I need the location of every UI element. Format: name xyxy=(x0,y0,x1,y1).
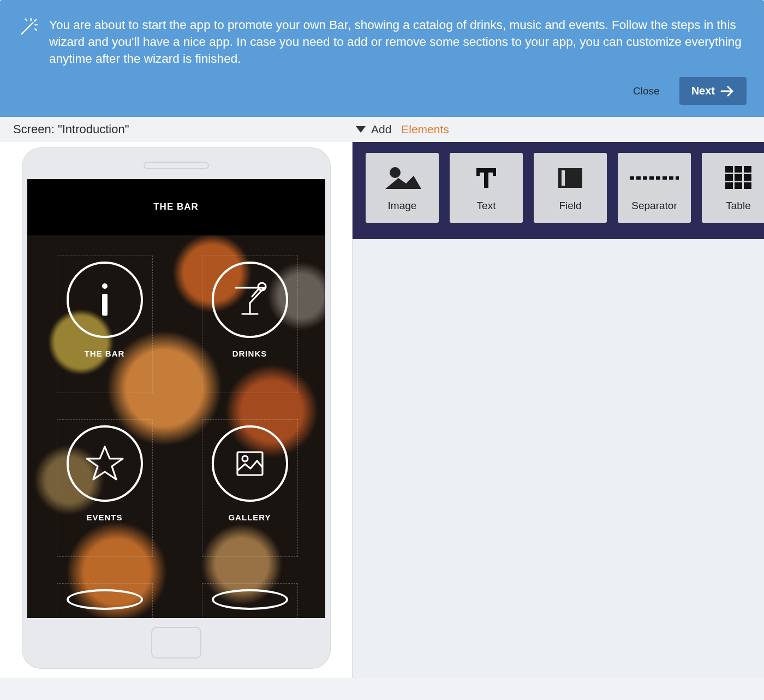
svg-rect-23 xyxy=(562,170,565,186)
element-label: Table xyxy=(726,200,750,212)
phone-home-button[interactable] xyxy=(151,627,201,659)
svg-rect-20 xyxy=(476,168,480,176)
svg-line-5 xyxy=(35,29,37,31)
element-label: Image xyxy=(388,200,417,212)
arrow-right-icon xyxy=(720,86,735,97)
element-image[interactable]: Image xyxy=(366,153,439,223)
cocktail-icon xyxy=(212,262,288,338)
svg-rect-19 xyxy=(484,168,488,188)
svg-rect-25 xyxy=(636,176,641,180)
svg-rect-29 xyxy=(662,176,667,180)
info-icon xyxy=(67,262,143,338)
close-button[interactable]: Close xyxy=(623,79,670,104)
elements-strip: Image Text Field Separator xyxy=(353,142,764,239)
circle-icon xyxy=(67,589,143,610)
menu-item-gallery[interactable]: GALLERY xyxy=(202,419,298,557)
phone-screen: THE BAR THE BAR xyxy=(27,179,325,618)
svg-rect-37 xyxy=(744,174,751,181)
menu-item-label: DRINKS xyxy=(232,349,267,358)
menu-item-the-bar[interactable]: THE BAR xyxy=(57,256,153,393)
svg-line-0 xyxy=(22,23,33,34)
svg-rect-35 xyxy=(725,174,733,181)
element-label: Field xyxy=(559,200,581,212)
element-separator[interactable]: Separator xyxy=(618,153,691,223)
svg-rect-38 xyxy=(725,182,733,189)
subheader: Screen: "Introduction" Add Elements xyxy=(0,117,764,142)
wizard-message: You are about to start the app to promot… xyxy=(49,16,747,67)
app-menu-grid: THE BAR DRINKS EVENTS xyxy=(57,256,291,618)
menu-item-drinks[interactable]: DRINKS xyxy=(202,256,298,393)
magic-wand-icon xyxy=(17,17,38,38)
svg-rect-39 xyxy=(735,182,742,189)
menu-item-events[interactable]: EVENTS xyxy=(57,419,153,557)
menu-item-partial-2[interactable] xyxy=(202,583,298,618)
image-icon xyxy=(383,164,421,192)
svg-rect-30 xyxy=(669,176,673,180)
app-title: THE BAR xyxy=(27,179,325,235)
svg-rect-33 xyxy=(735,166,742,173)
next-button[interactable]: Next xyxy=(679,77,747,105)
menu-item-partial-1[interactable] xyxy=(57,583,153,618)
table-icon xyxy=(724,164,753,192)
star-icon xyxy=(67,425,143,502)
svg-rect-31 xyxy=(676,176,679,180)
svg-marker-17 xyxy=(385,176,421,189)
element-label: Text xyxy=(477,200,496,212)
svg-rect-27 xyxy=(649,176,654,180)
svg-rect-24 xyxy=(630,176,634,180)
menu-item-label: THE BAR xyxy=(85,349,125,358)
svg-marker-13 xyxy=(87,447,123,479)
menu-item-label: EVENTS xyxy=(86,513,122,522)
phone-mockup: THE BAR THE BAR xyxy=(22,147,331,669)
svg-rect-28 xyxy=(656,176,660,180)
chevron-down-icon xyxy=(356,126,366,133)
field-icon xyxy=(556,164,584,192)
svg-point-7 xyxy=(102,283,108,289)
svg-rect-26 xyxy=(643,176,647,180)
circle-icon xyxy=(212,589,288,610)
next-button-label: Next xyxy=(691,85,715,97)
separator-icon xyxy=(630,164,679,192)
svg-line-4 xyxy=(25,19,27,21)
menu-item-label: GALLERY xyxy=(228,513,271,522)
element-table[interactable]: Table xyxy=(702,153,764,223)
svg-point-16 xyxy=(390,167,401,178)
svg-rect-32 xyxy=(725,166,733,173)
element-field[interactable]: Field xyxy=(534,153,607,223)
elements-panel: Image Text Field Separator xyxy=(352,142,764,678)
add-elements-toggle[interactable]: Add Elements xyxy=(356,123,449,136)
gallery-icon xyxy=(212,425,288,502)
element-label: Separator xyxy=(631,200,677,212)
element-text[interactable]: Text xyxy=(450,153,523,223)
svg-line-3 xyxy=(34,20,36,21)
wizard-banner: You are about to start the app to promot… xyxy=(0,0,764,117)
svg-rect-21 xyxy=(493,168,496,176)
text-icon xyxy=(473,164,499,192)
elements-link: Elements xyxy=(401,123,449,136)
svg-rect-34 xyxy=(744,166,751,173)
svg-point-15 xyxy=(242,456,248,461)
preview-panel: THE BAR THE BAR xyxy=(0,142,352,678)
svg-rect-40 xyxy=(744,182,751,189)
svg-rect-36 xyxy=(735,174,742,181)
add-label: Add xyxy=(371,123,391,136)
screen-title: Screen: "Introduction" xyxy=(13,122,356,137)
phone-speaker xyxy=(144,162,209,169)
svg-rect-8 xyxy=(102,294,108,316)
